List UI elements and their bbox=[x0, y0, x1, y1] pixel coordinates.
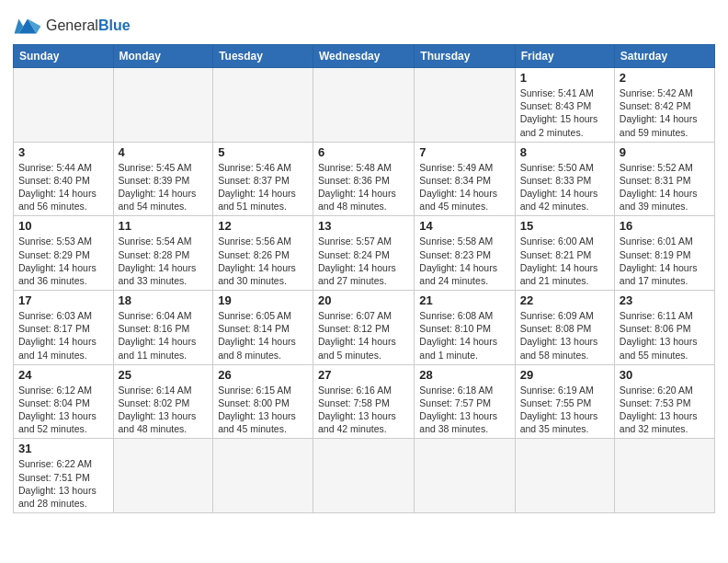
calendar-cell bbox=[415, 439, 515, 513]
header-area: GeneralBlue bbox=[13, 9, 715, 39]
logo-icon bbox=[13, 13, 42, 39]
day-info: Sunrise: 6:08 AM Sunset: 8:10 PM Dayligh… bbox=[419, 309, 509, 362]
calendar-cell: 24Sunrise: 6:12 AM Sunset: 8:04 PM Dayli… bbox=[14, 364, 114, 439]
week-row-1: 1Sunrise: 5:41 AM Sunset: 8:43 PM Daylig… bbox=[14, 68, 715, 143]
day-number: 5 bbox=[218, 145, 308, 159]
day-number: 20 bbox=[318, 293, 409, 307]
day-number: 11 bbox=[119, 219, 209, 233]
day-info: Sunrise: 5:45 AM Sunset: 8:39 PM Dayligh… bbox=[119, 161, 209, 213]
calendar-cell: 19Sunrise: 6:05 AM Sunset: 8:14 PM Dayli… bbox=[213, 291, 313, 365]
day-number: 26 bbox=[218, 368, 308, 382]
calendar-cell: 21Sunrise: 6:08 AM Sunset: 8:10 PM Dayli… bbox=[415, 291, 515, 365]
calendar-cell: 28Sunrise: 6:18 AM Sunset: 7:57 PM Dayli… bbox=[415, 364, 515, 439]
day-info: Sunrise: 6:03 AM Sunset: 8:17 PM Dayligh… bbox=[18, 309, 108, 362]
logo: GeneralBlue bbox=[13, 13, 131, 39]
day-info: Sunrise: 5:58 AM Sunset: 8:23 PM Dayligh… bbox=[419, 235, 509, 287]
day-number: 10 bbox=[18, 219, 108, 233]
day-number: 27 bbox=[318, 368, 409, 382]
weekday-header-sunday: Sunday bbox=[14, 45, 114, 68]
week-row-3: 10Sunrise: 5:53 AM Sunset: 8:29 PM Dayli… bbox=[14, 216, 715, 291]
day-number: 31 bbox=[18, 442, 108, 455]
day-number: 8 bbox=[520, 145, 609, 159]
calendar-cell bbox=[14, 68, 114, 143]
calendar-cell: 8Sunrise: 5:50 AM Sunset: 8:33 PM Daylig… bbox=[515, 142, 614, 216]
day-number: 2 bbox=[620, 71, 710, 85]
weekday-header-friday: Friday bbox=[515, 45, 614, 68]
weekday-header-thursday: Thursday bbox=[415, 45, 515, 68]
day-info: Sunrise: 6:18 AM Sunset: 7:57 PM Dayligh… bbox=[419, 384, 509, 436]
weekday-header-monday: Monday bbox=[113, 45, 213, 68]
day-info: Sunrise: 5:42 AM Sunset: 8:42 PM Dayligh… bbox=[620, 86, 710, 139]
day-info: Sunrise: 6:05 AM Sunset: 8:14 PM Dayligh… bbox=[218, 309, 308, 362]
day-number: 19 bbox=[218, 293, 308, 307]
logo-text: GeneralBlue bbox=[46, 17, 131, 34]
calendar-cell bbox=[113, 68, 213, 143]
day-info: Sunrise: 5:46 AM Sunset: 8:37 PM Dayligh… bbox=[218, 161, 308, 213]
calendar-cell: 22Sunrise: 6:09 AM Sunset: 8:08 PM Dayli… bbox=[515, 291, 614, 365]
day-number: 16 bbox=[620, 219, 710, 233]
day-info: Sunrise: 5:50 AM Sunset: 8:33 PM Dayligh… bbox=[520, 161, 609, 213]
calendar-cell: 10Sunrise: 5:53 AM Sunset: 8:29 PM Dayli… bbox=[14, 216, 114, 291]
day-number: 30 bbox=[620, 368, 710, 382]
calendar-cell bbox=[515, 439, 614, 513]
calendar-cell: 29Sunrise: 6:19 AM Sunset: 7:55 PM Dayli… bbox=[515, 364, 614, 439]
calendar-cell bbox=[113, 439, 213, 513]
day-info: Sunrise: 5:52 AM Sunset: 8:31 PM Dayligh… bbox=[620, 161, 710, 213]
day-info: Sunrise: 6:14 AM Sunset: 8:02 PM Dayligh… bbox=[119, 384, 209, 436]
day-number: 4 bbox=[119, 145, 209, 159]
calendar-cell: 20Sunrise: 6:07 AM Sunset: 8:12 PM Dayli… bbox=[313, 291, 415, 365]
calendar-cell: 23Sunrise: 6:11 AM Sunset: 8:06 PM Dayli… bbox=[614, 291, 714, 365]
calendar-cell: 18Sunrise: 6:04 AM Sunset: 8:16 PM Dayli… bbox=[113, 291, 213, 365]
calendar-cell bbox=[415, 68, 515, 143]
day-info: Sunrise: 5:56 AM Sunset: 8:26 PM Dayligh… bbox=[218, 235, 308, 287]
calendar-cell bbox=[213, 439, 313, 513]
calendar-cell: 6Sunrise: 5:48 AM Sunset: 8:36 PM Daylig… bbox=[313, 142, 415, 216]
day-number: 1 bbox=[520, 71, 609, 85]
weekday-header-saturday: Saturday bbox=[614, 45, 714, 68]
week-row-5: 24Sunrise: 6:12 AM Sunset: 8:04 PM Dayli… bbox=[14, 364, 715, 439]
day-number: 15 bbox=[520, 219, 609, 233]
day-number: 13 bbox=[318, 219, 409, 233]
page: GeneralBlue SundayMondayTuesdayWednesday… bbox=[0, 0, 728, 523]
day-info: Sunrise: 5:57 AM Sunset: 8:24 PM Dayligh… bbox=[318, 235, 409, 287]
day-number: 21 bbox=[419, 293, 509, 307]
day-info: Sunrise: 5:54 AM Sunset: 8:28 PM Dayligh… bbox=[119, 235, 209, 287]
calendar-cell: 16Sunrise: 6:01 AM Sunset: 8:19 PM Dayli… bbox=[614, 216, 714, 291]
day-number: 3 bbox=[18, 145, 108, 159]
calendar: SundayMondayTuesdayWednesdayThursdayFrid… bbox=[13, 44, 715, 513]
calendar-cell: 7Sunrise: 5:49 AM Sunset: 8:34 PM Daylig… bbox=[415, 142, 515, 216]
calendar-cell: 31Sunrise: 6:22 AM Sunset: 7:51 PM Dayli… bbox=[14, 439, 114, 513]
calendar-cell: 14Sunrise: 5:58 AM Sunset: 8:23 PM Dayli… bbox=[415, 216, 515, 291]
day-info: Sunrise: 5:53 AM Sunset: 8:29 PM Dayligh… bbox=[18, 235, 108, 287]
day-info: Sunrise: 5:44 AM Sunset: 8:40 PM Dayligh… bbox=[18, 161, 108, 213]
week-row-2: 3Sunrise: 5:44 AM Sunset: 8:40 PM Daylig… bbox=[14, 142, 715, 216]
calendar-cell: 12Sunrise: 5:56 AM Sunset: 8:26 PM Dayli… bbox=[213, 216, 313, 291]
day-number: 25 bbox=[119, 368, 209, 382]
day-number: 24 bbox=[18, 368, 108, 382]
calendar-cell bbox=[313, 68, 415, 143]
week-row-4: 17Sunrise: 6:03 AM Sunset: 8:17 PM Dayli… bbox=[14, 291, 715, 365]
day-info: Sunrise: 6:15 AM Sunset: 8:00 PM Dayligh… bbox=[218, 384, 308, 436]
day-info: Sunrise: 5:41 AM Sunset: 8:43 PM Dayligh… bbox=[520, 86, 609, 139]
calendar-cell: 4Sunrise: 5:45 AM Sunset: 8:39 PM Daylig… bbox=[113, 142, 213, 216]
day-number: 9 bbox=[620, 145, 710, 159]
weekday-header-wednesday: Wednesday bbox=[313, 45, 415, 68]
calendar-cell: 25Sunrise: 6:14 AM Sunset: 8:02 PM Dayli… bbox=[113, 364, 213, 439]
day-info: Sunrise: 6:11 AM Sunset: 8:06 PM Dayligh… bbox=[620, 309, 710, 362]
day-info: Sunrise: 6:09 AM Sunset: 8:08 PM Dayligh… bbox=[520, 309, 609, 362]
day-info: Sunrise: 6:19 AM Sunset: 7:55 PM Dayligh… bbox=[520, 384, 609, 436]
day-info: Sunrise: 6:00 AM Sunset: 8:21 PM Dayligh… bbox=[520, 235, 609, 287]
day-info: Sunrise: 5:48 AM Sunset: 8:36 PM Dayligh… bbox=[318, 161, 409, 213]
calendar-cell: 9Sunrise: 5:52 AM Sunset: 8:31 PM Daylig… bbox=[614, 142, 714, 216]
day-number: 12 bbox=[218, 219, 308, 233]
day-number: 29 bbox=[520, 368, 609, 382]
weekday-header-tuesday: Tuesday bbox=[213, 45, 313, 68]
day-number: 18 bbox=[119, 293, 209, 307]
day-info: Sunrise: 6:22 AM Sunset: 7:51 PM Dayligh… bbox=[18, 457, 108, 510]
day-info: Sunrise: 5:49 AM Sunset: 8:34 PM Dayligh… bbox=[419, 161, 509, 213]
day-info: Sunrise: 6:07 AM Sunset: 8:12 PM Dayligh… bbox=[318, 309, 409, 362]
day-info: Sunrise: 6:16 AM Sunset: 7:58 PM Dayligh… bbox=[318, 384, 409, 436]
day-info: Sunrise: 6:04 AM Sunset: 8:16 PM Dayligh… bbox=[119, 309, 209, 362]
calendar-cell: 5Sunrise: 5:46 AM Sunset: 8:37 PM Daylig… bbox=[213, 142, 313, 216]
calendar-cell: 2Sunrise: 5:42 AM Sunset: 8:42 PM Daylig… bbox=[614, 68, 714, 143]
